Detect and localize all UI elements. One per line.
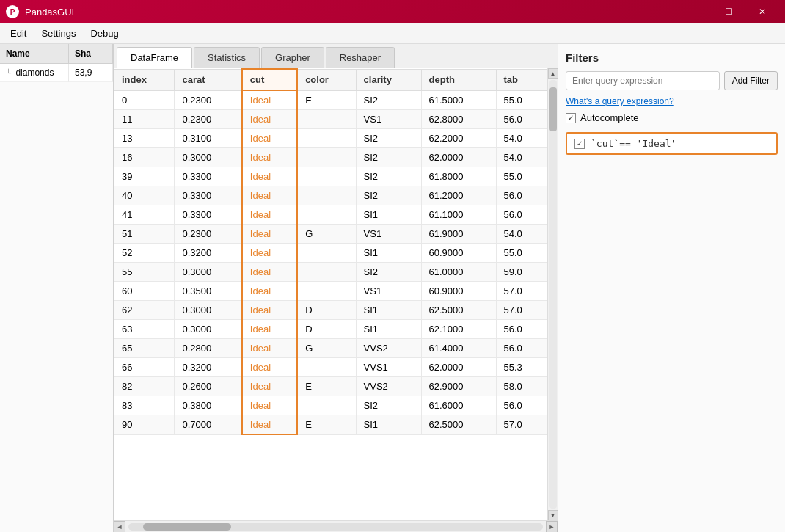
cell-cut[interactable]: Ideal: [242, 377, 297, 396]
cell-clarity[interactable]: SI1: [356, 205, 421, 225]
cell-color[interactable]: E: [297, 90, 356, 110]
tab-reshaper[interactable]: Reshaper: [326, 47, 395, 68]
cell-carat[interactable]: 0.2600: [175, 377, 242, 396]
cell-depth[interactable]: 61.1000: [421, 205, 496, 225]
cell-tab[interactable]: 59.0: [496, 263, 547, 282]
cell-depth[interactable]: 60.9000: [421, 244, 496, 263]
cell-color[interactable]: [297, 282, 356, 301]
cell-clarity[interactable]: VS1: [356, 225, 421, 244]
cell-index[interactable]: 40: [114, 186, 175, 205]
cell-clarity[interactable]: SI2: [356, 90, 421, 110]
scroll-up-button[interactable]: ▲: [548, 68, 558, 79]
cell-carat[interactable]: 0.3300: [175, 205, 242, 225]
scroll-right-button[interactable]: ►: [546, 521, 558, 533]
cell-carat[interactable]: 0.2300: [175, 90, 242, 110]
add-filter-button[interactable]: Add Filter: [724, 71, 778, 90]
horizontal-scrollbar[interactable]: ◄ ►: [114, 520, 558, 532]
cell-carat[interactable]: 0.3300: [175, 167, 242, 186]
cell-index[interactable]: 41: [114, 205, 175, 225]
cell-cut[interactable]: Ideal: [242, 110, 297, 129]
cell-depth[interactable]: 62.5000: [421, 415, 496, 435]
cell-depth[interactable]: 62.0000: [421, 358, 496, 377]
cell-color[interactable]: E: [297, 377, 356, 396]
cell-color[interactable]: [297, 129, 356, 148]
cell-clarity[interactable]: SI1: [356, 244, 421, 263]
cell-index[interactable]: 16: [114, 148, 175, 167]
col-header-cut[interactable]: cut: [242, 69, 297, 90]
menu-edit[interactable]: Edit: [3, 25, 34, 42]
cell-index[interactable]: 13: [114, 129, 175, 148]
col-header-carat[interactable]: carat: [175, 69, 242, 90]
cell-clarity[interactable]: VS1: [356, 282, 421, 301]
col-header-clarity[interactable]: clarity: [356, 69, 421, 90]
cell-cut[interactable]: Ideal: [242, 415, 297, 435]
cell-cut[interactable]: Ideal: [242, 205, 297, 225]
cell-cut[interactable]: Ideal: [242, 263, 297, 282]
cell-tab[interactable]: 54.0: [496, 225, 547, 244]
cell-index[interactable]: 63: [114, 320, 175, 339]
cell-cut[interactable]: Ideal: [242, 320, 297, 339]
cell-index[interactable]: 39: [114, 167, 175, 186]
cell-depth[interactable]: 62.0000: [421, 148, 496, 167]
cell-clarity[interactable]: SI2: [356, 396, 421, 415]
cell-index[interactable]: 66: [114, 358, 175, 377]
autocomplete-checkbox[interactable]: [566, 113, 576, 123]
cell-index[interactable]: 52: [114, 244, 175, 263]
col-header-index[interactable]: index: [114, 69, 175, 90]
cell-color[interactable]: D: [297, 301, 356, 320]
cell-tab[interactable]: 55.0: [496, 90, 547, 110]
cell-tab[interactable]: 56.0: [496, 205, 547, 225]
cell-tab[interactable]: 56.0: [496, 186, 547, 205]
cell-index[interactable]: 82: [114, 377, 175, 396]
cell-tab[interactable]: 57.0: [496, 415, 547, 435]
cell-tab[interactable]: 57.0: [496, 282, 547, 301]
cell-tab[interactable]: 56.0: [496, 396, 547, 415]
tab-grapher[interactable]: Grapher: [261, 47, 324, 68]
cell-carat[interactable]: 0.7000: [175, 415, 242, 435]
cell-tab[interactable]: 56.0: [496, 110, 547, 129]
cell-color[interactable]: [297, 263, 356, 282]
cell-depth[interactable]: 62.1000: [421, 320, 496, 339]
cell-cut[interactable]: Ideal: [242, 186, 297, 205]
tab-statistics[interactable]: Statistics: [194, 47, 260, 68]
cell-tab[interactable]: 54.0: [496, 148, 547, 167]
cell-tab[interactable]: 55.0: [496, 167, 547, 186]
cell-cut[interactable]: Ideal: [242, 282, 297, 301]
cell-color[interactable]: [297, 396, 356, 415]
cell-tab[interactable]: 56.0: [496, 320, 547, 339]
tab-dataframe[interactable]: DataFrame: [117, 47, 192, 68]
maximize-button[interactable]: ☐: [712, 0, 745, 23]
scroll-down-button[interactable]: ▼: [548, 510, 558, 520]
cell-clarity[interactable]: SI1: [356, 320, 421, 339]
cell-color[interactable]: [297, 186, 356, 205]
cell-cut[interactable]: Ideal: [242, 225, 297, 244]
cell-depth[interactable]: 61.6000: [421, 396, 496, 415]
cell-clarity[interactable]: SI2: [356, 129, 421, 148]
query-link[interactable]: What's a query expression?: [566, 96, 778, 106]
cell-tab[interactable]: 57.0: [496, 301, 547, 320]
cell-depth[interactable]: 61.9000: [421, 225, 496, 244]
filter-query-input[interactable]: [566, 71, 720, 90]
cell-cut[interactable]: Ideal: [242, 396, 297, 415]
cell-depth[interactable]: 61.5000: [421, 90, 496, 110]
cell-tab[interactable]: 54.0: [496, 129, 547, 148]
cell-index[interactable]: 60: [114, 282, 175, 301]
cell-clarity[interactable]: SI2: [356, 186, 421, 205]
cell-clarity[interactable]: SI2: [356, 148, 421, 167]
cell-cut[interactable]: Ideal: [242, 339, 297, 358]
menu-settings[interactable]: Settings: [34, 25, 83, 42]
cell-color[interactable]: G: [297, 225, 356, 244]
list-item[interactable]: └ diamonds 53,9: [0, 64, 113, 82]
scroll-thumb[interactable]: [550, 87, 557, 131]
active-filter-tag[interactable]: `cut`== 'Ideal': [566, 132, 778, 155]
cell-cut[interactable]: Ideal: [242, 129, 297, 148]
scroll-left-button[interactable]: ◄: [114, 521, 125, 533]
cell-carat[interactable]: 0.3300: [175, 186, 242, 205]
cell-depth[interactable]: 62.2000: [421, 129, 496, 148]
cell-color[interactable]: E: [297, 415, 356, 435]
cell-clarity[interactable]: VS1: [356, 110, 421, 129]
menu-debug[interactable]: Debug: [83, 25, 125, 42]
cell-clarity[interactable]: SI2: [356, 263, 421, 282]
cell-carat[interactable]: 0.3200: [175, 244, 242, 263]
cell-tab[interactable]: 58.0: [496, 377, 547, 396]
